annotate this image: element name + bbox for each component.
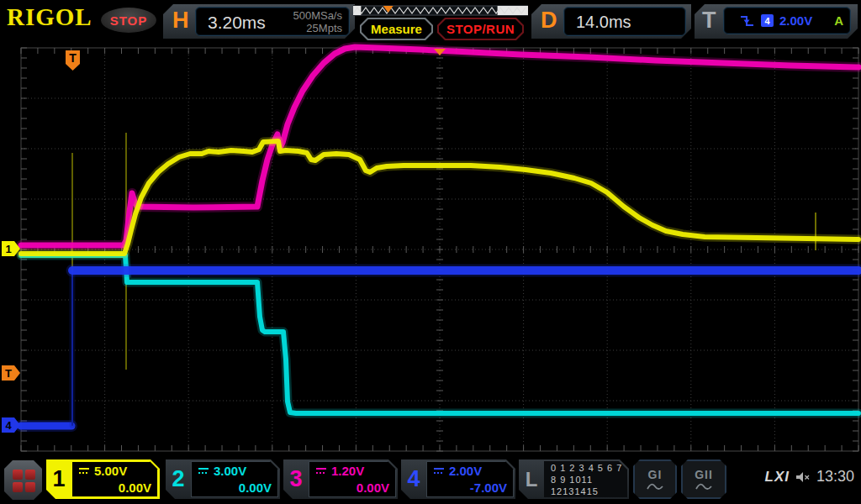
- dc-coupling-icon: [433, 467, 445, 475]
- channel-4-scale: 2.00V: [449, 464, 482, 478]
- sine-wave-icon: [646, 481, 664, 491]
- dc-coupling-icon: [198, 467, 209, 475]
- trigger-sweep-mode: A: [834, 13, 843, 28]
- memory-position-bar[interactable]: [353, 5, 528, 16]
- sine-wave-icon: [695, 481, 713, 491]
- acquisition-info: 500MSa/s 25Mpts: [293, 9, 342, 34]
- horizontal-settings-box[interactable]: H 3.20ms 500MSa/s 25Mpts: [163, 4, 355, 39]
- channel-2-box[interactable]: 2 3.00V 0.00V: [166, 459, 280, 499]
- trigger-badge: T: [702, 9, 716, 32]
- stop-run-button-label: STOP/RUN: [446, 22, 515, 36]
- dc-coupling-icon: [315, 467, 327, 475]
- measure-button-face: Measure: [362, 19, 431, 39]
- trigger-lcd: 4 2.00V A: [723, 7, 851, 34]
- stop-run-button-face: STOP/RUN: [439, 19, 522, 39]
- svg-text:T: T: [69, 51, 77, 65]
- rigol-logo: RIGOL: [7, 3, 92, 31]
- generator-2-box[interactable]: GII: [681, 459, 726, 499]
- stop-run-button[interactable]: STOP/RUN: [437, 18, 524, 40]
- trigger-source-badge: 4: [761, 14, 774, 27]
- channel-2-panel: 3.00V 0.00V: [191, 461, 278, 497]
- falling-edge-icon: [739, 14, 755, 28]
- logic-analyzer-box[interactable]: L 0 1 2 3 4 5 6 7 8 9 1011 12131415: [519, 459, 629, 499]
- trigger-level-value: 2.00V: [779, 13, 812, 28]
- dc-coupling-icon: [78, 467, 90, 475]
- run-state-label: STOP: [110, 13, 148, 28]
- speaker-muted-icon[interactable]: [795, 471, 811, 483]
- lxi-indicator: LXI: [765, 469, 790, 486]
- channel-3-panel: 1.20V 0.00V: [309, 461, 396, 497]
- channel-4-panel: 2.00V -7.00V: [426, 461, 514, 497]
- channel-2-offset: 0.00V: [198, 480, 272, 495]
- svg-text:1: 1: [5, 243, 11, 255]
- channel-4-box[interactable]: 4 2.00V -7.00V: [401, 459, 515, 499]
- delay-settings-box[interactable]: D 14.0ms: [531, 4, 691, 39]
- channel-1-scale: 5.00V: [94, 464, 127, 478]
- channel-2-scale: 3.00V: [214, 464, 246, 478]
- logic-channel-list: 0 1 2 3 4 5 6 7 8 9 1011 12131415: [544, 461, 627, 497]
- bottom-status-bar: 1 5.00V 0.00V 2 3.00V 0.00V: [0, 458, 861, 504]
- channel-3-scale: 1.20V: [331, 464, 364, 478]
- delay-value: 14.0ms: [576, 13, 631, 32]
- memory-depth: 25Mpts: [293, 22, 342, 34]
- channel-1-number: 1: [46, 459, 71, 499]
- timebase-value: 3.20ms: [208, 13, 266, 33]
- svg-text:4: 4: [5, 419, 12, 432]
- generator-2-label: GII: [695, 468, 713, 481]
- clock: 13:30: [816, 468, 854, 486]
- channel-3-offset: 0.00V: [315, 480, 389, 495]
- measure-button[interactable]: Measure: [360, 18, 433, 40]
- channel-2-number: 2: [166, 459, 191, 499]
- channel-1-panel: 5.00V 0.00V: [71, 461, 158, 497]
- generator-1-box[interactable]: GI: [633, 459, 677, 499]
- horizontal-badge: H: [172, 9, 189, 32]
- logic-analyzer-label: L: [519, 459, 544, 499]
- svg-text:T: T: [5, 367, 12, 380]
- trigger-settings-box[interactable]: T 4 2.00V A: [695, 4, 858, 39]
- menu-button[interactable]: [4, 460, 42, 500]
- menu-grid-icon: [13, 470, 34, 491]
- sample-rate: 500MSa/s: [293, 9, 342, 22]
- run-state-indicator[interactable]: STOP: [101, 8, 156, 33]
- logic-row-2: 8 9 1011 12131415: [551, 474, 627, 497]
- measure-button-label: Measure: [371, 22, 422, 36]
- channel-1-offset: 0.00V: [78, 480, 151, 495]
- logic-row-1: 0 1 2 3 4 5 6 7: [551, 462, 627, 474]
- waveform-display: 1T4T: [0, 0, 861, 504]
- horizontal-lcd: 3.20ms 500MSa/s 25Mpts: [195, 7, 350, 36]
- channel-4-offset: -7.00V: [433, 480, 507, 495]
- delay-lcd: 14.0ms: [563, 7, 686, 36]
- top-status-bar: RIGOL STOP H 3.20ms 500MSa/s 25Mpts Meas…: [0, 0, 861, 42]
- delay-badge: D: [541, 9, 557, 32]
- channel-3-box[interactable]: 3 1.20V 0.00V: [283, 459, 398, 499]
- channel-3-number: 3: [283, 459, 309, 499]
- channel-1-box[interactable]: 1 5.00V 0.00V: [46, 459, 160, 499]
- channel-4-number: 4: [401, 459, 426, 499]
- generator-1-label: GI: [648, 468, 663, 481]
